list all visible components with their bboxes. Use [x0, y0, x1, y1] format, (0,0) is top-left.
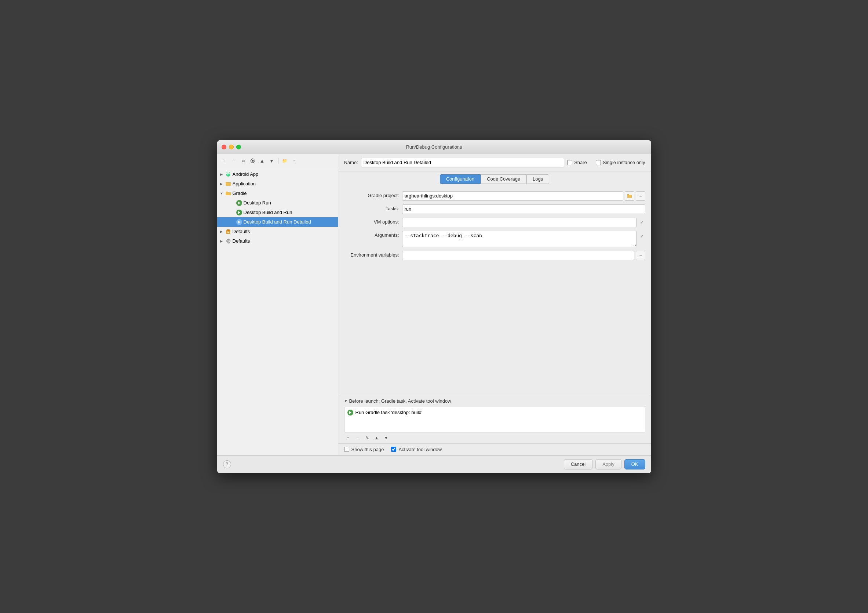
left-toolbar: + − ⧉ ▲ ▼ 📁 ↕ — [217, 154, 338, 168]
show-page-label[interactable]: Show this page — [352, 447, 384, 452]
activate-window-label[interactable]: Activate tool window — [398, 447, 442, 452]
before-launch-title: Before launch: Gradle task, Activate too… — [349, 398, 451, 404]
before-launch-header[interactable]: ▼ Before launch: Gradle task, Activate t… — [338, 395, 651, 407]
vm-options-label: VM options: — [344, 218, 399, 225]
share-label: Share — [574, 160, 587, 165]
before-launch-list: Run Gradle task 'desktop: build' — [344, 407, 645, 432]
sidebar-item-desktop-build-run[interactable]: ▶ Desktop Build and Run — [217, 208, 338, 217]
apply-button[interactable]: Apply — [595, 459, 622, 469]
cancel-button[interactable]: Cancel — [564, 459, 592, 469]
settings-button[interactable] — [249, 157, 257, 165]
sort-button[interactable]: ↕ — [290, 157, 298, 165]
titlebar: Run/Debug Configurations — [217, 140, 651, 154]
tasks-row: Tasks: — [344, 205, 645, 214]
single-instance-label: Single instance only — [603, 160, 645, 165]
ok-button[interactable]: OK — [625, 459, 645, 469]
folder-icon — [225, 181, 231, 187]
env-vars-label: Environment variables: — [344, 251, 399, 258]
arrow-icon: ▶ — [220, 230, 225, 233]
gradle-task-label: Run Gradle task 'desktop: build' — [355, 410, 423, 415]
svg-point-6 — [229, 174, 229, 175]
share-checkbox[interactable] — [567, 160, 572, 165]
folder-button[interactable]: 📁 — [281, 157, 289, 165]
tabs-row: Configuration Code Coverage Logs — [338, 171, 651, 187]
gradle-project-input[interactable] — [402, 191, 623, 201]
close-button[interactable] — [222, 144, 226, 149]
tab-logs[interactable]: Logs — [527, 174, 549, 184]
help-button[interactable]: ? — [223, 460, 231, 469]
vm-options-row: VM options: ⤢ — [344, 218, 645, 227]
name-row: Name: Share Single instance only — [338, 154, 651, 171]
env-vars-row: Environment variables: ··· — [344, 251, 645, 260]
arguments-expand-button[interactable]: ⤢ — [638, 231, 645, 241]
move-up-button[interactable]: ▲ — [258, 157, 267, 165]
move-down-button[interactable]: ▼ — [268, 157, 276, 165]
tab-code-coverage[interactable]: Code Coverage — [480, 174, 527, 184]
sidebar-item-gradle[interactable]: ▼ Gradle — [217, 189, 338, 198]
copy-config-button[interactable]: ⧉ — [239, 157, 247, 165]
android-icon — [225, 171, 231, 177]
arrow-icon: ▶ — [220, 172, 225, 176]
minimize-button[interactable] — [229, 144, 234, 149]
show-page-checkbox[interactable] — [344, 447, 349, 452]
sidebar-label-application: Application — [232, 181, 256, 186]
before-launch-item-gradle-task[interactable]: Run Gradle task 'desktop: build' — [344, 407, 645, 418]
window-title: Run/Debug Configurations — [406, 144, 462, 150]
svg-text:JAR: JAR — [227, 231, 231, 233]
folder-open-icon — [225, 191, 231, 196]
right-panel: Name: Share Single instance only Configu… — [338, 154, 651, 455]
vm-options-input[interactable] — [402, 218, 637, 227]
sidebar-item-desktop-run[interactable]: ▶ Desktop Run — [217, 198, 338, 208]
env-vars-more-button[interactable]: ··· — [636, 251, 645, 260]
svg-point-5 — [227, 174, 228, 175]
tasks-input-group — [402, 205, 645, 214]
arguments-label: Arguments: — [344, 231, 399, 238]
launch-add-button[interactable]: + — [344, 434, 352, 442]
tasks-input[interactable] — [402, 205, 645, 214]
env-vars-input[interactable] — [402, 251, 634, 260]
main-content: + − ⧉ ▲ ▼ 📁 ↕ ▶ — [217, 154, 651, 455]
before-launch-arrow-icon: ▼ — [344, 399, 348, 403]
svg-line-4 — [229, 172, 230, 172]
activate-window-checkbox[interactable] — [391, 447, 396, 452]
gradle-project-folder-button[interactable] — [625, 191, 634, 201]
launch-remove-button[interactable]: − — [353, 434, 362, 442]
name-input[interactable] — [361, 158, 564, 168]
sidebar-item-android-app[interactable]: ▶ Android App — [217, 169, 338, 179]
single-instance-checkbox[interactable] — [596, 160, 601, 165]
arguments-input[interactable]: --stacktrace --debug --scan — [402, 231, 637, 247]
vm-options-expand-button[interactable]: ⤢ — [638, 218, 645, 227]
gradle-task-run-icon — [347, 410, 353, 416]
svg-line-3 — [226, 172, 227, 172]
sidebar-label-desktop-run: Desktop Run — [243, 200, 271, 206]
sidebar-label-jar-application: Defaults — [232, 229, 250, 234]
gradle-project-row: Gradle project: ··· — [344, 191, 645, 201]
maximize-button[interactable] — [236, 144, 241, 149]
footer: ? Cancel Apply OK — [217, 455, 651, 473]
sidebar-label-gradle: Gradle — [232, 191, 247, 196]
sidebar-item-desktop-build-run-detailed[interactable]: ▶ Desktop Build and Run Detailed — [217, 217, 338, 227]
launch-edit-button[interactable]: ✎ — [363, 434, 371, 442]
launch-up-button[interactable]: ▲ — [373, 434, 381, 442]
arrow-icon: ▼ — [220, 192, 225, 195]
sidebar-item-jar-application[interactable]: ▶ JAR Defaults — [217, 227, 338, 236]
svg-point-0 — [252, 160, 254, 162]
remove-config-button[interactable]: − — [229, 157, 238, 165]
sidebar-item-defaults[interactable]: ▶ Defaults — [217, 236, 338, 246]
share-group: Share — [567, 160, 587, 165]
gradle-run-selected-icon — [236, 219, 242, 225]
arguments-input-group: --stacktrace --debug --scan ⤢ — [402, 231, 645, 247]
gradle-project-input-group: ··· — [402, 191, 645, 201]
sidebar-item-application[interactable]: ▶ Application — [217, 179, 338, 189]
add-config-button[interactable]: + — [220, 157, 228, 165]
bottom-checkboxes: Show this page Activate tool window — [338, 444, 651, 455]
gradle-project-more-button[interactable]: ··· — [636, 191, 645, 201]
tab-configuration[interactable]: Configuration — [440, 174, 480, 184]
name-label: Name: — [344, 160, 358, 165]
config-tree: ▶ Android App — [217, 168, 338, 455]
gradle-run-icon — [236, 200, 242, 206]
svg-rect-8 — [227, 230, 229, 231]
arrow-icon: ▶ — [220, 239, 225, 243]
launch-down-button[interactable]: ▼ — [382, 434, 391, 442]
sidebar-label-defaults: Defaults — [232, 238, 250, 244]
